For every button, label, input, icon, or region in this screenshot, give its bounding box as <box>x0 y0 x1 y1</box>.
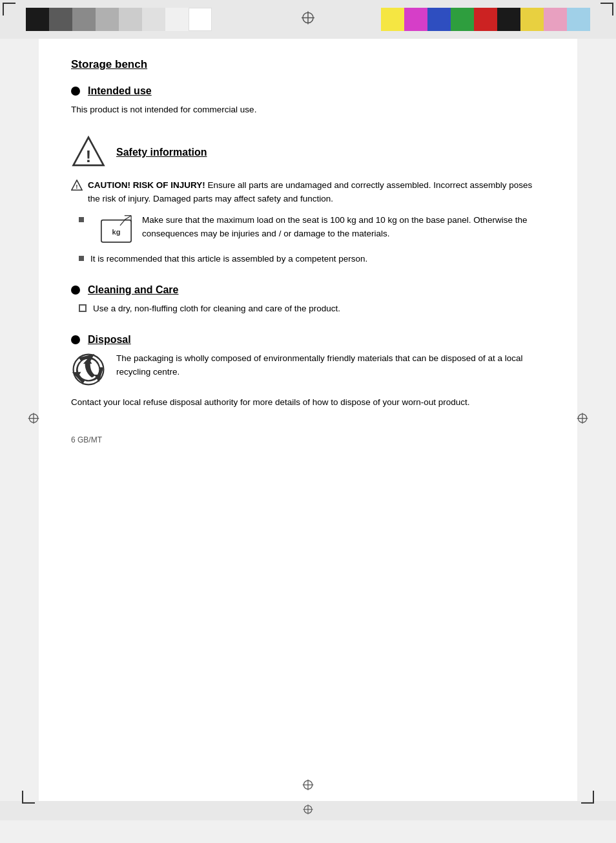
right-crosshair <box>576 412 589 428</box>
intended-use-header: Intended use <box>71 85 545 97</box>
section-disposal: Disposal <box>71 334 545 410</box>
safety-bullet-list: kg Make sure that the maximum load on th… <box>79 214 545 266</box>
safety-bullet-2-text: It is recommended that this article is a… <box>90 253 367 266</box>
swatch-red <box>474 8 497 31</box>
swatch-pink <box>544 8 567 31</box>
warning-triangle-icon: ! <box>71 135 106 170</box>
page-footer: 6 GB/MT <box>71 435 545 444</box>
swatch-white <box>189 8 212 31</box>
caution-triangle-icon: ! <box>71 180 83 191</box>
svg-text:!: ! <box>76 183 77 190</box>
left-crosshair <box>27 412 40 428</box>
svg-text:!: ! <box>86 147 91 165</box>
load-kg-icon: kg <box>97 214 136 246</box>
disposal-recycle-text: The packaging is wholly composed of envi… <box>116 352 545 379</box>
cleaning-bullet-1: Use a dry, non-fluffing cloth for cleani… <box>79 302 545 316</box>
disposal-body: Contact your local refuse disposal autho… <box>71 396 545 410</box>
square-bullet-2 <box>79 256 84 261</box>
cleaning-title: Cleaning and Care <box>88 284 178 296</box>
section-safety: ! Safety information ! CAUTION! RISK OF … <box>71 135 545 266</box>
swatch-mid-gray <box>72 8 96 31</box>
swatch-light-gray <box>96 8 119 31</box>
cleaning-bullet-list: Use a dry, non-fluffing cloth for cleani… <box>79 302 545 316</box>
load-icon-wrapper: kg Make sure that the maximum load on th… <box>90 214 545 246</box>
section-intended-use: Intended use This product is not intende… <box>71 85 545 117</box>
swatch-green <box>451 8 474 31</box>
section-cleaning: Cleaning and Care Use a dry, non-fluffin… <box>71 284 545 316</box>
swatch-magenta <box>404 8 427 31</box>
swatch-dark-gray <box>49 8 72 31</box>
center-crosshair <box>300 10 316 29</box>
safety-bullet-1: kg Make sure that the maximum load on th… <box>79 214 545 246</box>
swatch-yellow <box>381 8 404 31</box>
disposal-title: Disposal <box>88 334 131 346</box>
square-outline-bullet <box>79 304 87 312</box>
bottom-bar-crosshair <box>302 804 314 818</box>
caution-label: CAUTION! RISK OF INJURY! <box>88 180 205 190</box>
swatch-blue <box>427 8 451 31</box>
bottom-crosshair <box>302 778 314 795</box>
page-wrapper: Storage bench Intended use This product … <box>0 0 616 843</box>
corner-mark-tr <box>601 3 613 16</box>
caution-text: CAUTION! RISK OF INJURY! Ensure all part… <box>88 179 545 206</box>
content-wrapper: Storage bench Intended use This product … <box>19 39 597 801</box>
svg-text:kg: kg <box>112 228 121 236</box>
color-strip-right <box>381 8 590 31</box>
safety-title: Safety information <box>116 147 207 158</box>
caution-block: ! CAUTION! RISK OF INJURY! Ensure all pa… <box>71 179 545 206</box>
swatch-yellow2 <box>520 8 544 31</box>
recycle-icon <box>71 352 106 387</box>
cleaning-bullet <box>71 286 80 295</box>
intended-use-bullet <box>71 87 80 96</box>
color-strip-left <box>26 8 212 31</box>
corner-mark-br <box>581 791 594 804</box>
swatch-light-blue <box>567 8 590 31</box>
safety-bullet-2: It is recommended that this article is a… <box>79 253 545 266</box>
swatch-off-white <box>165 8 189 31</box>
corner-mark-bl <box>22 791 35 804</box>
swatch-near-white <box>142 8 165 31</box>
swatch-black <box>26 8 49 31</box>
safety-bullet-1-text: Make sure that the maximum load on the s… <box>142 214 545 241</box>
swatch-lighter-gray <box>119 8 142 31</box>
square-bullet-1 <box>79 217 84 222</box>
corner-mark-tl <box>3 3 15 16</box>
intended-use-title: Intended use <box>88 85 152 97</box>
disposal-header: Disposal <box>71 334 545 346</box>
disposal-bullet <box>71 335 80 344</box>
cleaning-bullet-1-text: Use a dry, non-fluffing cloth for cleani… <box>93 302 340 316</box>
page-title: Storage bench <box>71 58 545 71</box>
safety-header: ! Safety information <box>71 135 545 170</box>
content-area: Storage bench Intended use This product … <box>39 39 577 801</box>
swatch-black2 <box>497 8 520 31</box>
bottom-bar <box>0 801 616 820</box>
disposal-block: The packaging is wholly composed of envi… <box>71 352 545 387</box>
cleaning-header: Cleaning and Care <box>71 284 545 296</box>
intended-use-body: This product is not intended for commerc… <box>71 103 545 117</box>
top-bar <box>0 0 616 39</box>
